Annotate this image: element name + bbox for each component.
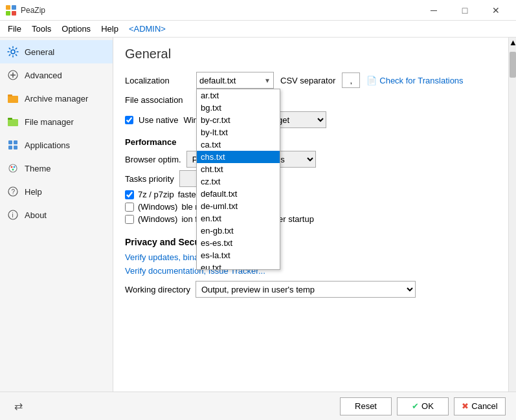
dropdown-item-by-lt[interactable]: by-lt.txt [197,126,280,138]
cancel-label: Cancel [471,401,497,411]
menu-file[interactable]: File [3,22,27,36]
working-directory-row: Working directory Output, preview in use… [125,281,497,298]
working-directory-label: Working directory [125,285,190,294]
sidebar-item-help[interactable]: ? Help [0,180,113,203]
sidebar-item-help-label: Help [25,187,42,197]
verify-updates-link[interactable]: Verify updates, binaries, Plugins... [125,252,497,262]
cancel-button[interactable]: ✖ Cancel [454,397,506,415]
tasks-priority-row: Tasks priority [125,170,497,187]
privacy-title: Privacy and Security [125,237,497,247]
info-icon: i [6,208,19,221]
dropdown-item-es-es[interactable]: es-es.txt [197,237,280,249]
check-translations-button[interactable]: 📄 Check for Translations [366,76,463,85]
sidebar-item-file-manager-label: File manager [25,117,74,127]
page-title: General [125,47,497,61]
use-native-label: Use native [139,115,178,125]
dropdown-item-es-la[interactable]: es-la.txt [197,249,280,261]
checkbox-win2[interactable] [125,215,134,224]
reset-button[interactable]: Reset [340,397,392,415]
close-button[interactable]: ✕ [481,0,511,21]
file-association-row: File association integration [125,95,497,105]
folder-icon [6,92,19,105]
svg-rect-1 [12,5,16,10]
question-icon: ? [6,185,19,198]
localization-dropdown-list[interactable]: ar.txt bg.txt by-cr.txt by-lt.txt ca.txt… [196,89,280,270]
check-translations-label: Check for Translations [379,76,463,85]
ok-label: OK [421,401,434,411]
csv-separator-label: CSV separator [280,76,335,85]
svg-text:i: i [12,212,14,219]
checkbox-win1[interactable] [125,203,134,212]
menu-options[interactable]: Options [56,22,96,36]
localization-select[interactable]: default.txt ▼ [196,72,274,89]
ok-button[interactable]: ✔ OK [397,397,449,415]
window-controls: ─ □ ✕ [419,0,511,21]
svg-text:?: ? [12,188,16,195]
sidebar-item-archive-manager[interactable]: Archive manager [0,87,113,110]
sidebar-item-applications[interactable]: Applications [0,133,113,157]
sidebar-item-theme-label: Theme [25,164,50,173]
minimize-button[interactable]: ─ [419,0,449,21]
svg-rect-2 [6,11,10,16]
dropdown-item-en[interactable]: en.txt [197,212,280,225]
dropdown-item-eu[interactable]: eu.txt [197,261,280,270]
svg-rect-10 [8,119,18,126]
dropdown-item-ca[interactable]: ca.txt [197,138,280,151]
dropdown-item-default[interactable]: default.txt [197,188,280,200]
ok-checkmark: ✔ [412,401,419,411]
checkbox-7z[interactable] [125,190,134,199]
svg-rect-3 [12,11,16,16]
svg-rect-11 [8,118,12,120]
svg-point-4 [11,50,15,54]
svg-point-18 [14,166,16,168]
window-title: PeaZip [21,6,419,15]
performance-title: Performance [125,137,497,147]
localization-value: default.txt [199,76,264,85]
scrollbar-thumb[interactable] [510,52,516,78]
menu-help[interactable]: Help [96,22,124,36]
browser-optim-label: Browser optim. [125,155,181,164]
scroll-up-arrow[interactable]: ▲ [509,38,516,50]
nav-left-button[interactable]: ⇄ [10,400,27,412]
cancel-x-icon: ✖ [462,401,469,411]
folder-open-icon [6,115,19,128]
working-directory-select[interactable]: Output, preview in user's temp [196,281,416,298]
dropdown-item-chs[interactable]: chs.txt [197,151,280,163]
main-layout: General Advanced Archive manager [0,38,516,420]
maximize-button[interactable]: □ [450,0,480,21]
dropdown-item-cz[interactable]: cz.txt [197,175,280,188]
checkbox-win2-row: (Windows) ion for network units, slower … [125,214,497,224]
menubar: File Tools Options Help <ADMIN> [0,21,516,38]
checkbox-win2-label: (Windows) [138,214,177,224]
file-association-label: File association [125,95,190,105]
sidebar-item-general[interactable]: General [0,40,113,63]
menu-tools[interactable]: Tools [27,22,56,36]
plus-icon [6,69,19,82]
checkbox-7z-label: 7z / p7zip [138,190,174,199]
sidebar-item-about[interactable]: i About [0,203,113,227]
sidebar-item-advanced[interactable]: Advanced [0,63,113,87]
csv-separator-input[interactable] [342,72,360,88]
sidebar-item-file-manager[interactable]: File manager [0,110,113,133]
browser-optim-row: Browser optim. Pre-parse small archives [125,151,497,168]
bottom-bar: ⇄ Reset ✔ OK ✖ Cancel [0,392,516,420]
dropdown-item-bg[interactable]: bg.txt [197,102,280,114]
svg-rect-12 [8,140,12,144]
svg-point-16 [9,164,17,172]
gear-icon [6,45,19,58]
checkbox-win1-label: (Windows) [138,202,177,212]
localization-label: Localization [125,76,190,85]
svg-rect-15 [14,146,17,149]
grid-icon [6,138,19,151]
content-scrollbar[interactable]: ▲ ▼ [508,38,516,420]
dropdown-item-ar[interactable]: ar.txt [197,89,280,102]
use-native-checkbox[interactable] [125,116,133,124]
dropdown-item-cht[interactable]: cht.txt [197,163,280,175]
dropdown-item-en-gb[interactable]: en-gb.txt [197,225,280,237]
svg-rect-0 [6,5,10,10]
dropdown-item-de-uml[interactable]: de-uml.txt [197,200,280,212]
use-native-row: Use native Windows Lock drop target [125,111,497,128]
verify-docs-link[interactable]: Verify documentation, Issue Tracker... [125,266,497,276]
sidebar-item-theme[interactable]: Theme [0,157,113,180]
dropdown-item-by-cr[interactable]: by-cr.txt [197,114,280,126]
